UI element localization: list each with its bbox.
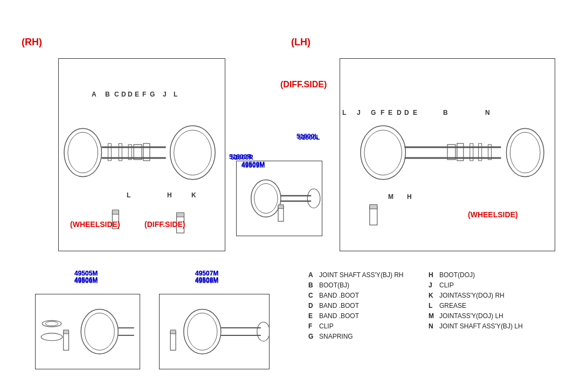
svg-rect-31 [278,205,284,209]
svg-point-29 [254,183,278,213]
svg-point-15 [361,126,406,179]
diff-side-top-label: (DIFF.SIDE) [280,80,327,90]
svg-point-0 [64,128,102,176]
svg-point-37 [41,333,62,341]
legend-text-c: BAND .BOOT [319,292,359,299]
rh-label: (RH) [22,37,42,48]
legend-item-a: A JOINT SHAFT ASS'Y(BJ) RH [308,271,404,279]
legend-text-e: BAND .BOOT [319,312,359,320]
legend-letter-k: K [429,292,437,299]
svg-rect-12 [108,143,111,161]
legend-item-d: D BAND .BOOT [308,302,404,310]
svg-rect-39 [64,330,69,334]
letter-l-rh-bot: L [127,191,130,199]
svg-point-36 [45,321,58,326]
legend-left: A JOINT SHAFT ASS'Y(BJ) RH B BOOT(BJ) C … [308,271,404,340]
svg-point-35 [42,320,61,327]
part-label-49507M: 49507M [195,270,218,277]
legend-item-j: J CLIP [429,281,523,289]
svg-rect-44 [170,332,176,350]
legend-text-k: JOINTASS'Y(DOJ) RH [439,292,505,299]
legend-item-g: G SNAPRING [308,333,404,340]
svg-point-47 [188,313,217,350]
svg-point-46 [184,310,221,354]
svg-rect-38 [64,332,69,350]
letter-l-lh: L [342,109,346,116]
letter-m-lh: M [388,193,393,201]
bottom-left-diagram [36,294,140,369]
center-diagram [237,161,322,236]
bottom-left-box [35,294,140,369]
letter-f-lh: F [381,109,384,116]
legend-text-b: BOOT(BJ) [319,281,349,289]
legend-letter-g: G [308,333,317,340]
letter-l-rh-top: L [174,91,177,98]
lh-main-box [340,58,555,251]
letter-h-rh: H [167,191,172,199]
legend-text-m: JOINTASS'Y(DOJ) LH [439,312,503,320]
legend-text-l: GREASE [439,302,466,310]
part-label-51600L: 51600L [296,133,319,140]
svg-rect-11 [112,210,119,214]
letter-g-lh: G [371,109,376,116]
letter-e-lh: E [388,109,392,116]
legend-letter-a: A [308,271,317,279]
svg-rect-13 [119,143,122,161]
legend-item-l: L GREASE [429,302,523,310]
bottom-right-box [159,294,270,369]
wheelside-lh-label: (WHEELSIDE) [468,210,518,219]
svg-point-6 [170,126,215,179]
legend-letter-f: F [308,322,317,330]
letter-k-rh: K [191,191,196,199]
letter-c-rh: C [114,91,119,98]
legend-letter-h: H [429,271,437,279]
letter-e2-lh: E [413,109,417,116]
letter-d1-rh: D [121,91,126,98]
letter-e-rh: E [135,91,139,98]
svg-rect-24 [370,204,377,209]
svg-rect-9 [177,212,184,217]
legend-item-n: N JOINT SHAFT ASS'Y(BJ) LH [429,322,523,330]
letter-f-rh: F [142,91,146,98]
svg-point-34 [307,189,320,208]
letter-d2-rh: D [128,91,133,98]
letter-d1-lh: D [397,109,402,116]
legend-item-h: H BOOT(DOJ) [429,271,523,279]
legend-letter-l: L [429,302,437,310]
legend-letter-b: B [308,281,317,289]
svg-point-16 [364,130,402,175]
letter-b-rh: B [105,91,110,98]
svg-point-50 [257,322,269,341]
legend-text-f: CLIP [319,322,334,330]
svg-point-7 [174,130,212,175]
svg-rect-30 [278,207,284,222]
legend-text-g: SNAPRING [319,333,353,340]
svg-point-21 [506,128,544,176]
letter-n-lh: N [485,109,490,116]
legend-item-m: M JOINTASS'Y(DOJ) LH [429,312,523,320]
svg-rect-5 [143,143,150,161]
svg-point-40 [81,310,118,354]
legend-item-f: F CLIP [308,322,404,330]
legend-right: H BOOT(DOJ) J CLIP K JOINTASS'Y(DOJ) RH … [429,271,523,330]
legend-letter-c: C [308,292,317,299]
center-small-box [236,161,322,236]
svg-rect-25 [470,143,473,161]
svg-rect-26 [479,143,482,161]
letter-g-rh: G [150,91,155,98]
svg-rect-4 [134,145,142,160]
legend-item-k: K JOINTASS'Y(DOJ) RH [429,292,523,299]
lh-diagram [340,59,555,251]
svg-point-1 [68,132,98,173]
legend-item-c: C BAND .BOOT [308,292,404,299]
letter-b-lh: B [443,109,448,116]
legend-text-a: JOINT SHAFT ASS'Y(BJ) RH [319,271,404,279]
svg-rect-45 [170,330,176,334]
legend-letter-m: M [429,312,437,320]
letter-d2-lh: D [404,109,409,116]
part-label-49506M: 49506M [74,277,98,285]
legend-letter-e: E [308,312,317,320]
svg-rect-27 [488,145,492,160]
svg-rect-14 [128,145,132,160]
letter-h-lh: H [407,193,412,201]
